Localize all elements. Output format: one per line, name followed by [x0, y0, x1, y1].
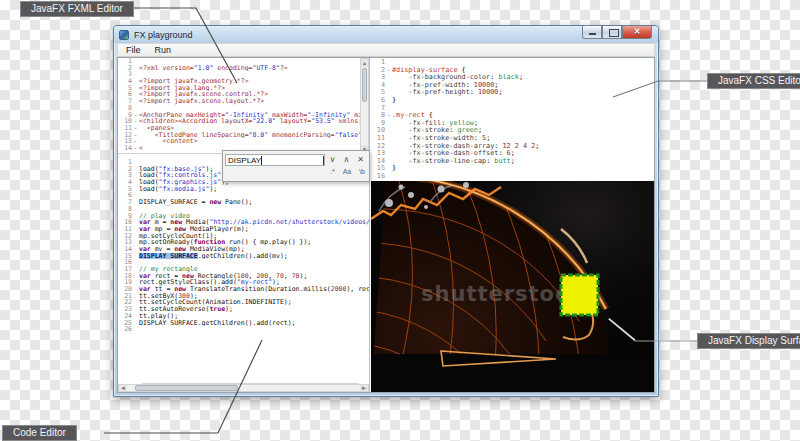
code-line: 19rect.getStyleClass().add("my-rect");: [118, 279, 369, 286]
code-line: 9// play video: [118, 213, 369, 220]
scrollbar-thumb[interactable]: [362, 68, 367, 102]
code-line: 26: [118, 326, 369, 333]
desktop-transparent-background: { "background_watermark": "oduction", "a…: [0, 0, 800, 441]
code-line: 5 -fx-pref-height: 10000;: [371, 89, 654, 97]
code-line: 12mp.setCycleCount(1);: [118, 233, 369, 240]
code-line: 9 -fx-fill: yellow;: [371, 120, 654, 128]
window-controls: [582, 26, 652, 39]
scroll-left-arrow-icon[interactable]: ◄: [119, 385, 127, 391]
window-title: FX playground: [134, 30, 193, 40]
scroll-up-arrow-icon[interactable]: ▲: [361, 59, 368, 67]
search-popup: DISPLAY ∨ ∧ ✕ .* Aa \b: [222, 150, 370, 182]
code-line: 4 -fx-pref-width: 10000;: [371, 82, 654, 90]
my-rect-yellow-rectangle: [561, 275, 598, 315]
fxml-editor[interactable]: 12<?xml version="1.0" encoding="UTF-8"?>…: [118, 58, 369, 154]
code-line: 18var rect = new Rectangle(100, 200, 70,…: [118, 273, 369, 280]
code-line: 3 -fx-background-color: black;: [371, 74, 654, 82]
code-line: 6: [118, 192, 369, 199]
code-line: 1: [371, 59, 654, 67]
find-previous-icon[interactable]: ∧: [340, 153, 353, 166]
code-line: 13 -fx-stroke-dash-offset: 6;: [371, 150, 654, 158]
code-line: 11- <panes>: [118, 125, 369, 132]
code-line: 9-<AnchorPane maxHeight="-Infinity" maxW…: [118, 112, 369, 119]
code-line: 12- <TitledPane lineSpacing="8.0" mnemon…: [118, 132, 369, 139]
match-case-option[interactable]: Aa: [343, 168, 352, 175]
code-line: 3: [118, 71, 369, 78]
code-line: 7<?import javafx.scene.layout.*?>: [118, 98, 369, 105]
search-options: .* Aa \b: [223, 168, 369, 175]
code-line: 16: [371, 173, 654, 181]
right-pane: 12-#display-surface {3 -fx-background-co…: [371, 58, 654, 392]
code-line: 20var tt = new TranslateTransition(Durat…: [118, 286, 369, 293]
code-line: 15}: [371, 165, 654, 173]
fxml-editor-callout-label: JavaFX FXML Editor: [20, 1, 134, 17]
code-line: 8: [118, 206, 369, 213]
code-line: 13- <content>: [118, 138, 369, 145]
code-editor-callout-label: Code Editor: [2, 425, 77, 441]
code-line: 13mp.setOnReady(function run() { mp.play…: [118, 239, 369, 246]
code-line: 24tt.play();: [118, 313, 369, 320]
code-line: 7DISPLAY_SURFACE = new Pane();: [118, 199, 369, 206]
code-line: 8-.my-rect {: [371, 112, 654, 120]
code-line: 5load("fx:media.js");: [118, 186, 369, 193]
code-line: 23tt.setAutoReverse(true);: [118, 306, 369, 313]
search-input[interactable]: DISPLAY: [225, 154, 325, 166]
code-line: 11var mp = new MediaPlayer(m);: [118, 226, 369, 233]
scroll-right-arrow-icon[interactable]: ►: [360, 385, 368, 391]
menu-run[interactable]: Run: [155, 45, 172, 55]
code-horizontal-scrollbar[interactable]: ◄ ►: [118, 384, 369, 392]
code-line: 8: [118, 105, 369, 112]
code-line: 6}: [371, 97, 654, 105]
code-line: 2<?xml version="1.0" encoding="UTF-8"?>: [118, 65, 369, 72]
close-button[interactable]: [622, 26, 652, 39]
code-line: 10 -fx-stroke: green;: [371, 127, 654, 135]
code-line: 5<?import java.lang.*?>: [118, 85, 369, 92]
code-line: 7: [371, 105, 654, 113]
video-frame-globe: shutterstock: [371, 181, 654, 392]
display-surface-video: shutterstock: [371, 181, 654, 392]
regex-option[interactable]: .*: [330, 168, 335, 175]
code-line: 2-#display-surface {: [371, 67, 654, 75]
code-line: 10-<children><Accordion layoutX="22.0" l…: [118, 118, 369, 125]
word-boundary-option[interactable]: \b: [359, 168, 365, 175]
code-line: 11 -fx-stroke-width: 5;: [371, 135, 654, 143]
fx-playground-window: FX playground File Run 12<?xml version="…: [113, 25, 659, 397]
close-search-icon[interactable]: ✕: [354, 153, 367, 166]
code-line: 1: [118, 58, 369, 65]
code-line: 14var mv = new MediaView(mp);: [118, 246, 369, 253]
code-line: 15DISPLAY_SURFACE.getChildren().add(mv);: [118, 253, 369, 260]
css-editor[interactable]: 12-#display-surface {3 -fx-background-co…: [371, 58, 654, 181]
javascript-code-editor[interactable]: 12load("fx:base.js");3load("fx:controls.…: [118, 155, 369, 383]
css-editor-callout-label: JavaFX CSS Editor: [707, 73, 800, 89]
left-pane: 12<?xml version="1.0" encoding="UTF-8"?>…: [118, 58, 370, 392]
code-line: 12 -fx-stroke-dash-array: 12 2 4 2;: [371, 143, 654, 151]
scrollbar-thumb[interactable]: [135, 385, 238, 391]
shutterstock-watermark: shutterstock: [421, 282, 583, 306]
minimize-button[interactable]: [582, 26, 602, 39]
fxml-vertical-scrollbar[interactable]: ▲ ▼: [360, 58, 369, 154]
code-line: 16: [118, 259, 369, 266]
window-titlebar[interactable]: FX playground: [114, 26, 658, 43]
code-line: 17// my rectangle: [118, 266, 369, 273]
menubar: File Run: [117, 43, 655, 57]
window-content: 12<?xml version="1.0" encoding="UTF-8"?>…: [117, 57, 655, 393]
display-surface-callout-label: JavaFX Display Surface: [697, 333, 800, 349]
code-line: 14 -fx-stroke-line-cap: butt;: [371, 158, 654, 166]
app-icon: [119, 30, 129, 40]
maximize-button[interactable]: [602, 26, 622, 39]
code-line: 22tt.setCycleCount(Animation.INDEFINITE)…: [118, 299, 369, 306]
code-line: 6<?import javafx.scene.control.*?>: [118, 91, 369, 98]
code-line: 10var m = new Media("http://ak.picdn.net…: [118, 219, 369, 226]
find-next-icon[interactable]: ∨: [326, 153, 339, 166]
code-line: 21tt.setByX(300);: [118, 293, 369, 300]
code-line: 25DISPLAY_SURFACE.getChildren().add(rect…: [118, 320, 369, 327]
code-line: 4<?import javafx.geometry.*?>: [118, 78, 369, 85]
menu-file[interactable]: File: [126, 45, 141, 55]
